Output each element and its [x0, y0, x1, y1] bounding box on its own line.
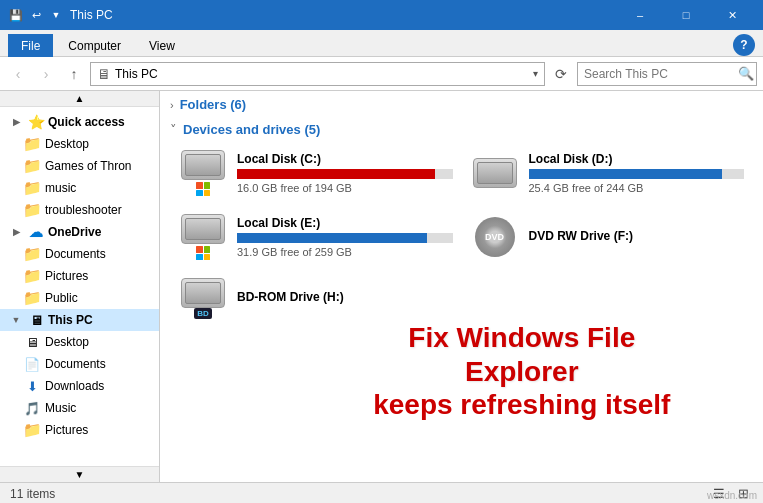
drives-grid: Local Disk (C:) 16.0 GB free of 194 GB L… [160, 141, 763, 269]
drive-f-info: DVD RW Drive (F:) [529, 229, 745, 246]
title-save-icon[interactable]: 💾 [8, 7, 24, 23]
drive-d-space: 25.4 GB free of 244 GB [529, 182, 745, 194]
drive-e-bar-fill [237, 233, 427, 243]
sidebar-music-2-label: Music [45, 401, 76, 415]
drive-d-info: Local Disk (D:) 25.4 GB free of 244 GB [529, 152, 745, 194]
hdd-e-icon [181, 214, 225, 244]
drive-d[interactable]: Local Disk (D:) 25.4 GB free of 244 GB [462, 141, 754, 205]
devices-section[interactable]: ˅ Devices and drives (5) [160, 116, 763, 141]
sidebar-item-music-2[interactable]: 🎵 Music [0, 397, 159, 419]
tab-file[interactable]: File [8, 34, 53, 57]
drive-d-bar-bg [529, 169, 745, 179]
hdd-c-icon [181, 150, 225, 180]
drive-c-icon-wrap [179, 150, 227, 196]
folder-icon: 📁 [24, 422, 40, 438]
hdd-d-icon [473, 158, 517, 188]
music-icon: 🎵 [24, 400, 40, 416]
address-bar: ‹ › ↑ 🖥 This PC ▾ ⟳ 🔍 [0, 57, 763, 91]
up-button[interactable]: ↑ [62, 62, 86, 86]
address-path[interactable]: 🖥 This PC ▾ [90, 62, 545, 86]
search-icon[interactable]: 🔍 [738, 66, 754, 81]
title-down-icon[interactable]: ▼ [48, 7, 64, 23]
title-bar-controls: – □ ✕ [617, 0, 755, 30]
sidebar-item-documents-1[interactable]: 📁 Documents [0, 243, 159, 265]
sidebar-item-onedrive[interactable]: ▶ ☁ OneDrive [0, 221, 159, 243]
sidebar-public-label: Public [45, 291, 78, 305]
sidebar-item-pictures-1[interactable]: 📁 Pictures [0, 265, 159, 287]
chevron-down-icon: ▼ [8, 312, 24, 328]
folders-section[interactable]: › Folders (6) [160, 91, 763, 116]
help-button[interactable]: ? [733, 34, 755, 56]
search-bar: 🔍 [577, 62, 757, 86]
close-button[interactable]: ✕ [709, 0, 755, 30]
drive-f-name: DVD RW Drive (F:) [529, 229, 745, 243]
search-input[interactable] [584, 67, 734, 81]
folder-icon: 📁 [24, 158, 40, 174]
title-bar-left: 💾 ↩ ▼ This PC [8, 7, 113, 23]
devices-chevron-icon: ˅ [170, 122, 177, 137]
overlay-text: Fix Windows File Explorer keeps refreshi… [371, 321, 673, 422]
drive-d-bar-fill [529, 169, 723, 179]
drive-c-bar-bg [237, 169, 453, 179]
tab-view[interactable]: View [136, 34, 188, 57]
drive-c-space: 16.0 GB free of 194 GB [237, 182, 453, 194]
title-bar-icons: 💾 ↩ ▼ [8, 7, 64, 23]
sidebar-item-troubleshooter[interactable]: 📁 troubleshooter [0, 199, 159, 221]
drive-c-info: Local Disk (C:) 16.0 GB free of 194 GB [237, 152, 453, 194]
sidebar-item-public[interactable]: 📁 Public [0, 287, 159, 309]
star-icon: ⭐ [28, 114, 44, 130]
sidebar-item-quick-access[interactable]: ▶ ⭐ Quick access [0, 111, 159, 133]
drive-f[interactable]: DVD DVD RW Drive (F:) [462, 205, 754, 269]
sidebar-desktop-1-label: Desktop [45, 137, 89, 151]
cloud-icon: ☁ [28, 224, 44, 240]
folder-icon: 📁 [24, 246, 40, 262]
sidebar-item-desktop-2[interactable]: 🖥 Desktop [0, 331, 159, 353]
sidebar-downloads-label: Downloads [45, 379, 104, 393]
back-button[interactable]: ‹ [6, 62, 30, 86]
sidebar-games-label: Games of Thron [45, 159, 131, 173]
documents-icon: 📄 [24, 356, 40, 372]
sidebar-troubleshooter-label: troubleshooter [45, 203, 122, 217]
status-bar: 11 items ☰ ⊞ [0, 482, 763, 503]
refresh-button[interactable]: ⟳ [549, 62, 573, 86]
item-count: 11 items [10, 487, 55, 501]
sidebar-item-desktop-1[interactable]: 📁 Desktop [0, 133, 159, 155]
tab-computer[interactable]: Computer [55, 34, 134, 57]
sidebar-desktop-2-label: Desktop [45, 335, 89, 349]
sidebar-item-documents-2[interactable]: 📄 Documents [0, 353, 159, 375]
sidebar-item-this-pc[interactable]: ▼ 🖥 This PC [0, 309, 159, 331]
address-path-text: This PC [115, 67, 158, 81]
sidebar-item-downloads[interactable]: ⬇ Downloads [0, 375, 159, 397]
drive-f-icon-wrap: DVD [471, 217, 519, 257]
sidebar-scroll-up[interactable]: ▲ [0, 91, 159, 107]
maximize-button[interactable]: □ [663, 0, 709, 30]
sidebar-item-pictures-2[interactable]: 📁 Pictures [0, 419, 159, 441]
folder-icon: 📁 [24, 136, 40, 152]
drive-e-icon-wrap [179, 214, 227, 260]
folder-icon: 📁 [24, 268, 40, 284]
drive-e[interactable]: Local Disk (E:) 31.9 GB free of 259 GB [170, 205, 462, 269]
title-undo-icon[interactable]: ↩ [28, 7, 44, 23]
watermark: wsxdn.com [707, 490, 757, 501]
drive-c[interactable]: Local Disk (C:) 16.0 GB free of 194 GB [170, 141, 462, 205]
sidebar-scroll-down[interactable]: ▼ [0, 466, 159, 482]
drive-e-bar-bg [237, 233, 453, 243]
windows-logo-e [196, 246, 210, 260]
address-chevron-icon: ▾ [533, 68, 538, 79]
drive-h-icon-wrap: BD [179, 278, 227, 319]
sidebar-item-games[interactable]: 📁 Games of Thron [0, 155, 159, 177]
minimize-button[interactable]: – [617, 0, 663, 30]
drive-h[interactable]: BD BD-ROM Drive (H:) [170, 269, 462, 328]
chevron-right-icon: ▶ [8, 114, 24, 130]
drive-c-name: Local Disk (C:) [237, 152, 453, 166]
overlay-line1: Fix Windows File Explorer [371, 321, 673, 388]
title-bar: 💾 ↩ ▼ This PC – □ ✕ [0, 0, 763, 30]
sidebar-item-music-1[interactable]: 📁 music [0, 177, 159, 199]
forward-button[interactable]: › [34, 62, 58, 86]
address-pc-icon: 🖥 [97, 66, 111, 82]
drive-e-space: 31.9 GB free of 259 GB [237, 246, 453, 258]
main-layout: ▲ ▶ ⭐ Quick access 📁 Desktop 📁 Games of … [0, 91, 763, 482]
folder-icon: 📁 [24, 202, 40, 218]
drive-e-name: Local Disk (E:) [237, 216, 453, 230]
sidebar-documents-1-label: Documents [45, 247, 106, 261]
